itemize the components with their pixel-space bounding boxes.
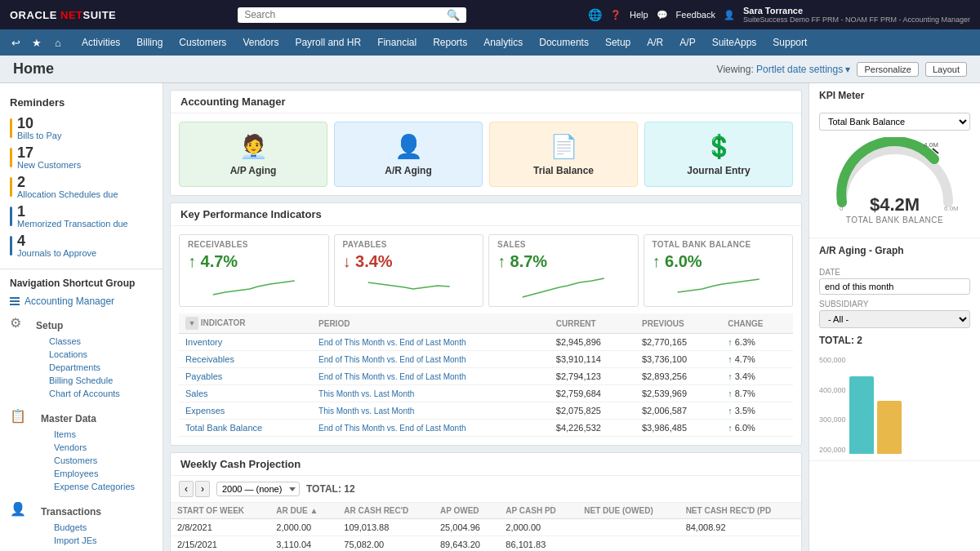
cash-next-button[interactable]: › (195, 481, 210, 497)
acct-card-journal[interactable]: 💲 Journal Entry (644, 122, 793, 187)
user-name: Sara Torrance (743, 6, 803, 16)
cash-prev-button[interactable]: ‹ (179, 481, 194, 497)
reminder-label-bills[interactable]: Bills to Pay (17, 131, 61, 140)
nav-reports[interactable]: Reports (425, 29, 475, 56)
reminder-bar-journals (10, 236, 12, 256)
user-sub: SuiteSuccess Demo FF PRM - NOAM FF PRM -… (743, 16, 970, 24)
link-billing-schedule[interactable]: Billing Schedule (26, 374, 130, 387)
reminder-label-journals[interactable]: Journals to Approve (17, 248, 96, 258)
acct-card-trial[interactable]: 📄 Trial Balance (489, 122, 638, 187)
bar-teal (849, 376, 874, 454)
kpi-period-sales[interactable]: This Month vs. Last Month (312, 385, 550, 402)
ar-date-input[interactable] (819, 278, 970, 295)
kpi-indicator-sales[interactable]: Sales (179, 385, 312, 402)
link-budgets[interactable]: Budgets (31, 521, 111, 534)
cash-ap-cash-2: 86,101.83 (499, 536, 577, 552)
feedback-icon[interactable]: 💬 (657, 10, 668, 20)
up-arrow-icon: ↑ (728, 406, 733, 415)
nav-ar[interactable]: A/R (639, 29, 671, 56)
layout-button[interactable]: Layout (925, 62, 967, 77)
ar-subsidiary-dropdown[interactable]: - All - (819, 310, 970, 328)
kpi-period-inventory[interactable]: End of This Month vs. End of Last Month (312, 334, 550, 351)
link-vendors[interactable]: Vendors (31, 441, 145, 454)
nav-vendors[interactable]: Vendors (234, 29, 287, 56)
year-dropdown[interactable]: 2000 — (none) (216, 482, 300, 496)
globe-icon[interactable]: 🌐 (588, 8, 602, 21)
kpi-indicator-payables[interactable]: Payables (179, 368, 312, 385)
link-import-jes[interactable]: Import JEs (31, 534, 111, 547)
nav-financial[interactable]: Financial (369, 29, 425, 56)
nav-documents[interactable]: Documents (531, 29, 597, 56)
y-label-500k: 500,000 (819, 356, 846, 364)
nav-ap[interactable]: A/P (671, 29, 703, 56)
link-expense-cat[interactable]: Expense Categories (31, 480, 145, 493)
nav-support[interactable]: Support (764, 29, 815, 56)
kpi-period-expenses[interactable]: This Month vs. Last Month (312, 402, 550, 420)
nav-customers[interactable]: Customers (171, 29, 234, 56)
feedback-label[interactable]: Feedback (676, 10, 715, 20)
history-icon[interactable]: ↩ (7, 33, 24, 51)
portlet-date-link[interactable]: Portlet date settings ▾ (756, 64, 850, 75)
acct-card-ar-aging[interactable]: 👤 A/R Aging (334, 122, 483, 187)
nav-activities[interactable]: Activities (74, 29, 128, 56)
nav-setup[interactable]: Setup (597, 29, 639, 56)
link-chart-accounts[interactable]: Chart of Accounts (26, 387, 130, 400)
cash-controls: ‹ › 2000 — (none) TOTAL: 12 (171, 476, 801, 503)
reminder-count-allocation: 2 (17, 175, 118, 189)
reminder-bar-customers (10, 148, 12, 167)
cash-net-cash-2 (679, 536, 801, 552)
nav-suiteapps[interactable]: SuiteApps (704, 29, 765, 56)
link-items[interactable]: Items (31, 428, 145, 441)
kpi-previous-expenses: $2,006,587 (635, 402, 721, 420)
kpi-meter-dropdown[interactable]: Total Bank Balance (819, 113, 970, 131)
reminder-label-memorized[interactable]: Memorized Transaction due (17, 219, 128, 229)
cash-ar-due-1: 2,000.00 (270, 519, 337, 536)
link-customers[interactable]: Customers (31, 454, 145, 467)
personalize-button[interactable]: Personalize (857, 62, 918, 77)
link-departments[interactable]: Departments (26, 361, 130, 374)
search-input[interactable] (244, 9, 447, 20)
kpi-indicator-expenses[interactable]: Expenses (179, 402, 312, 420)
kpi-period-payables[interactable]: End of This Month vs. End of Last Month (312, 368, 550, 385)
reminder-label-allocation[interactable]: Allocation Schedules due (17, 189, 118, 199)
th-current: CURRENT (550, 313, 635, 334)
weekly-cash-portlet: Weekly Cash Projection ‹ › 2000 — (none)… (170, 452, 802, 551)
kpi-row-receivables: Receivables End of This Month vs. End of… (179, 351, 793, 368)
cash-ap-cash-1: 2,000.00 (499, 519, 577, 536)
link-employees[interactable]: Employees (31, 467, 145, 480)
cash-week-1: 2/8/2021 (171, 519, 270, 536)
reminder-bar-memorized (10, 207, 12, 226)
home-icon[interactable]: ⌂ (49, 33, 67, 51)
link-locations[interactable]: Locations (26, 348, 130, 361)
nav-analytics[interactable]: Analytics (475, 29, 531, 56)
nav-group-accounting[interactable]: Accounting Manager (0, 292, 163, 310)
weekly-cash-title: Weekly Cash Projection (171, 453, 801, 476)
kpi-portlet: Key Performance Indicators RECEIVABLES ↑… (170, 202, 802, 446)
reminder-memorized: 1 Memorized Transaction due (10, 202, 153, 231)
help-label[interactable]: Help (630, 10, 648, 20)
help-icon[interactable]: ❓ (610, 10, 621, 20)
kpi-indicator-bank[interactable]: Total Bank Balance (179, 420, 312, 437)
indicator-toggle[interactable]: ▼ (185, 317, 198, 330)
search-bar[interactable]: 🔍 (238, 7, 466, 23)
nav-billing[interactable]: Billing (128, 29, 171, 56)
ap-aging-icon: 🧑‍💼 (239, 133, 268, 160)
page-header-right: Viewing: Portlet date settings ▾ Persona… (717, 62, 967, 77)
top-right: 🌐 ❓ Help 💬 Feedback 👤 Sara Torrance Suit… (588, 6, 970, 24)
star-icon[interactable]: ★ (28, 33, 46, 51)
kpi-indicator-receivables[interactable]: Receivables (179, 351, 312, 368)
nav-payroll[interactable]: Payroll and HR (287, 29, 369, 56)
link-classes[interactable]: Classes (26, 335, 130, 348)
kpi-period-receivables[interactable]: End of This Month vs. End of Last Month (312, 351, 550, 368)
kpi-indicator-inventory[interactable]: Inventory (179, 334, 312, 351)
cash-th-ap-cash: AP Cash Pd (499, 503, 577, 519)
reminder-bar-allocation (10, 177, 12, 197)
kpi-change-sales: ↑ 8.7% (721, 385, 793, 402)
kpi-card-bank: TOTAL BANK BALANCE ↑ 6.0% (644, 234, 794, 307)
reminder-label-customers[interactable]: New Customers (17, 160, 81, 170)
sidebar: Reminders 10 Bills to Pay 17 New Custome… (0, 83, 163, 551)
kpi-bank-sparkline (653, 274, 785, 299)
acct-card-ap-aging[interactable]: 🧑‍💼 A/P Aging (179, 122, 327, 187)
kpi-period-bank[interactable]: End of This Month vs. End of Last Month (312, 420, 550, 437)
user-icon[interactable]: 👤 (724, 10, 735, 20)
